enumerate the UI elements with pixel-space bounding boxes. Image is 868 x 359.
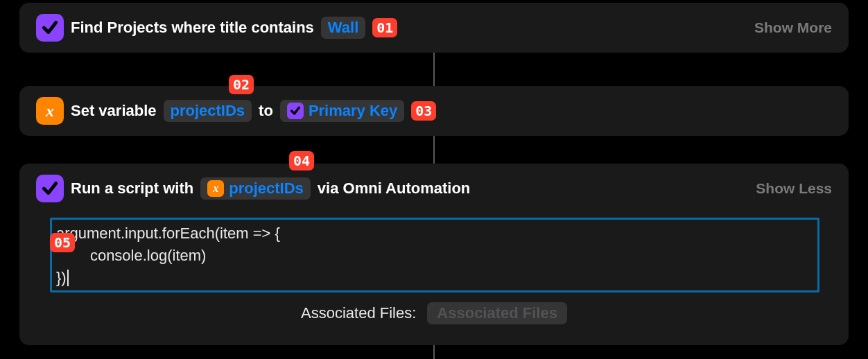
show-less-button[interactable]: Show Less bbox=[756, 180, 832, 197]
show-more-button[interactable]: Show More bbox=[754, 19, 832, 36]
variable-mini-icon: x bbox=[207, 180, 224, 197]
code-line: argument.input.forEach(item => { bbox=[56, 225, 280, 242]
omnifocus-app-icon bbox=[36, 175, 64, 202]
checkmark-icon bbox=[41, 180, 59, 198]
variable-value-token[interactable]: Primary Key bbox=[280, 100, 404, 122]
action-text: Find Projects where title contains bbox=[71, 19, 314, 37]
checkmark-icon bbox=[290, 105, 301, 116]
checkmark-icon bbox=[41, 19, 59, 37]
connector-line bbox=[433, 345, 435, 359]
script-code-editor[interactable]: argument.input.forEach(item => { console… bbox=[50, 218, 819, 292]
variable-app-icon: x bbox=[36, 97, 64, 125]
variable-name-token[interactable]: projectIDs bbox=[164, 100, 252, 122]
action-text: Set variable bbox=[71, 102, 157, 120]
code-line: }) bbox=[56, 269, 67, 286]
action-set-variable[interactable]: x Set variable projectIDs to Primary Key… bbox=[19, 86, 849, 136]
action-find-projects[interactable]: Find Projects where title contains Wall … bbox=[19, 3, 849, 53]
associated-files-label: Associated Files: bbox=[301, 304, 416, 322]
omnifocus-mini-icon bbox=[287, 103, 304, 119]
callout-01: 01 bbox=[372, 18, 397, 37]
associated-files-field[interactable]: Associated Files bbox=[427, 302, 567, 324]
x-icon: x bbox=[46, 103, 54, 119]
omnifocus-app-icon bbox=[36, 14, 64, 42]
connector-line bbox=[433, 136, 435, 164]
action-text: to bbox=[259, 102, 273, 120]
text-caret bbox=[67, 270, 69, 286]
action-run-script[interactable]: Run a script with x projectIDs via Omni … bbox=[19, 164, 849, 345]
callout-03: 03 bbox=[411, 101, 436, 121]
action-text: via Omni Automation bbox=[318, 180, 470, 198]
code-line: console.log(item) bbox=[56, 247, 206, 264]
connector-line bbox=[433, 53, 435, 86]
callout-04: 04 bbox=[289, 151, 314, 170]
x-icon: x bbox=[213, 182, 218, 195]
callout-02: 02 bbox=[229, 75, 254, 94]
script-input-token[interactable]: x projectIDs bbox=[200, 177, 311, 200]
callout-05: 05 bbox=[50, 233, 75, 252]
search-term-token[interactable]: Wall bbox=[321, 17, 365, 39]
action-text: Run a script with bbox=[71, 180, 193, 198]
